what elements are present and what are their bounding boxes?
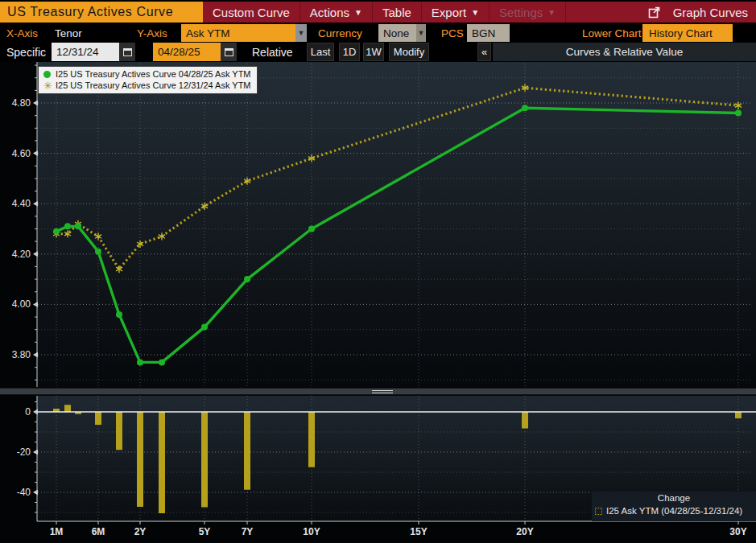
lower-chart-label: Lower Chart [582,24,642,42]
series-point [244,276,250,282]
svg-text:5Y: 5Y [199,526,211,537]
modify-button[interactable]: Modify [389,43,429,61]
caret-down-icon: ▼ [547,9,556,17]
main-toolbar: US Treasury Actives Curve Custom Curve A… [0,2,756,23]
yellow-asterisk-icon: ✳ [43,82,51,89]
series-point [53,228,60,235]
panel-title: Curves & Relative Value [493,43,756,61]
launch-icon [640,2,663,23]
svg-text:30Y: 30Y [729,526,746,537]
currency-dropdown-arrow-icon[interactable]: ▼ [416,24,426,42]
svg-text:10Y: 10Y [303,526,320,537]
toolbar-spacer [566,2,639,23]
table-label: Table [382,6,411,19]
currency-label: Currency [318,24,362,42]
curve-legend: I25 US Treasury Actives Curve 04/28/25 A… [38,66,258,94]
custom-curve-label: Custom Curve [213,6,290,19]
change-bar [244,412,250,490]
settings-menu-button[interactable]: Settings ▼ [490,2,566,23]
custom-curve-button[interactable]: Custom Curve [203,2,300,23]
series-point [137,359,143,365]
change-bar [137,412,143,507]
green-dot-icon [43,71,51,78]
start-date-input[interactable]: 12/31/24 [52,43,119,61]
svg-text:-40: -40 [17,487,31,498]
curve-chart-area[interactable]: 4.804.604.404.204.003.800-20-401M6M2Y5Y7… [0,62,756,543]
date-control-row: Specific 12/31/24 04/28/25 Relative Last… [0,43,756,61]
start-date-calendar-button[interactable] [119,43,135,61]
relative-1d-button[interactable]: 1D [339,43,360,61]
legend-label: I25 US Treasury Actives Curve 12/31/24 A… [56,80,251,90]
series-point [116,311,122,318]
change-bar [735,412,742,418]
series-point [75,223,81,229]
y-axis-dropdown-arrow-icon[interactable]: ▼ [295,24,307,42]
bloomberg-terminal-window: US Treasury Actives Curve Custom Curve A… [0,0,756,543]
series-point [522,105,528,111]
caret-down-icon: ▼ [471,9,479,17]
change-legend-label: I25 Ask YTM (04/28/25-12/31/24) [606,506,742,516]
pcs-label: PCS [441,24,464,42]
relative-1w-button[interactable]: 1W [363,43,384,61]
end-date-input[interactable]: 04/28/25 [153,43,221,61]
x-axis-label: X-Axis [6,24,38,42]
export-label: Export [432,6,466,19]
currency-dropdown[interactable]: None [378,24,416,42]
actions-menu-button[interactable]: Actions ▼ [300,2,373,23]
change-legend-item: I25 Ask YTM (04/28/25-12/31/24) [595,506,753,516]
y-axis-dropdown[interactable]: Ask YTM [181,24,295,42]
change-bar [201,412,208,508]
series-point [735,110,742,117]
collapse-panel-button[interactable]: « [477,43,491,61]
series-point [201,324,208,331]
change-bar [95,412,101,425]
svg-text:4.20: 4.20 [12,249,31,260]
table-button[interactable]: Table [373,2,422,23]
svg-text:0: 0 [25,406,31,418]
divider-drag-handle[interactable] [372,390,393,393]
change-bar [522,412,528,429]
svg-text:2Y: 2Y [134,526,147,537]
axis-control-row: X-Axis Tenor Y-Axis Ask YTM ▼ Currency N… [0,24,756,42]
svg-text:3.80: 3.80 [12,349,31,360]
x-axis-value-field[interactable]: Tenor [55,24,82,42]
caret-down-icon: ▼ [354,9,362,17]
series-point [159,359,165,365]
series-point [64,223,71,229]
svg-text:4.60: 4.60 [12,148,31,159]
svg-text:6M: 6M [92,526,105,537]
actions-label: Actions [310,6,349,19]
legend-item-current: I25 US Treasury Actives Curve 04/28/25 A… [43,68,251,80]
svg-text:20Y: 20Y [516,526,533,537]
lower-chart-mode-button[interactable]: History Chart [642,24,733,42]
pcs-value-field[interactable]: BGN [467,24,510,42]
relative-last-button[interactable]: Last [307,43,334,61]
curve-chart-svg[interactable]: 4.804.604.404.204.003.800-20-401M6M2Y5Y7… [0,62,756,543]
change-legend: Change I25 Ask YTM (04/28/25-12/31/24) [592,492,756,521]
panel-divider [0,388,756,395]
svg-text:4.40: 4.40 [12,198,31,209]
svg-text:7Y: 7Y [242,526,254,537]
svg-text:15Y: 15Y [410,526,427,537]
end-date-calendar-button[interactable] [221,43,237,61]
change-legend-title: Change [595,493,753,506]
relative-label: Relative [252,43,293,61]
export-menu-button[interactable]: Export ▼ [422,2,490,23]
graph-curves-button[interactable]: Graph Curves [663,2,756,23]
svg-text:4.80: 4.80 [12,97,31,109]
change-bar [64,405,71,412]
legend-item-previous: ✳ I25 US Treasury Actives Curve 12/31/24… [43,80,251,91]
svg-text:4.00: 4.00 [12,298,31,310]
change-bar [159,412,165,513]
graph-curves-label: Graph Curves [673,6,748,19]
curve-title-button[interactable]: US Treasury Actives Curve [0,2,203,23]
settings-label: Settings [499,6,543,19]
calendar-icon [123,48,132,56]
svg-text:-20: -20 [17,446,31,458]
specific-label: Specific [6,43,46,61]
legend-label: I25 US Treasury Actives Curve 04/28/25 A… [56,69,251,79]
change-bar [116,412,122,450]
svg-text:1M: 1M [50,526,64,537]
change-bar [308,412,315,467]
calendar-icon [225,48,233,56]
